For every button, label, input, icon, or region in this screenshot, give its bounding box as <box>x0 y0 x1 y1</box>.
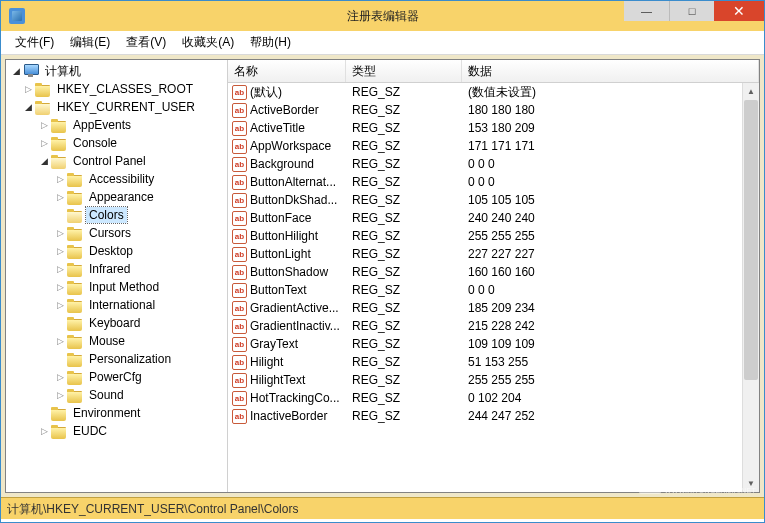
tree-node-colors[interactable]: ▷Colors <box>54 206 227 224</box>
tree-label: Infrared <box>86 261 133 277</box>
list-row[interactable]: abButtonTextREG_SZ0 0 0 <box>228 281 759 299</box>
expander-icon[interactable]: ▷ <box>22 83 34 95</box>
tree-node-infrared[interactable]: ▷Infrared <box>54 260 227 278</box>
string-value-icon: ab <box>232 103 247 118</box>
list-row[interactable]: abHotTrackingCo...REG_SZ0 102 204 <box>228 389 759 407</box>
column-header-data[interactable]: 数据 <box>462 60 759 82</box>
string-value-icon: ab <box>232 337 247 352</box>
list-row[interactable]: abButtonLightREG_SZ227 227 227 <box>228 245 759 263</box>
value-data: 215 228 242 <box>462 319 759 333</box>
string-value-icon: ab <box>232 265 247 280</box>
folder-icon <box>67 245 83 258</box>
folder-icon <box>51 407 67 420</box>
tree-node-keyboard[interactable]: ▷Keyboard <box>54 314 227 332</box>
tree-pane[interactable]: ◢ 计算机 ▷ HKEY_CLASSES_ROOT ◢ HKEY_CU <box>6 60 228 492</box>
value-data: 0 0 0 <box>462 157 759 171</box>
close-button[interactable]: ✕ <box>714 1 764 21</box>
tree-node-mouse[interactable]: ▷Mouse <box>54 332 227 350</box>
string-value-icon: ab <box>232 283 247 298</box>
tree-label: AppEvents <box>70 117 134 133</box>
string-value-icon: ab <box>232 319 247 334</box>
expander-icon[interactable]: ▷ <box>54 389 66 401</box>
list-row[interactable]: abBackgroundREG_SZ0 0 0 <box>228 155 759 173</box>
values-pane[interactable]: 名称 类型 数据 ab(默认)REG_SZ(数值未设置)abActiveBord… <box>228 60 759 492</box>
value-type: REG_SZ <box>346 121 462 135</box>
value-data: 160 160 160 <box>462 265 759 279</box>
menu-edit[interactable]: 编辑(E) <box>62 31 118 54</box>
tree-node-appearance[interactable]: ▷Appearance <box>54 188 227 206</box>
maximize-button[interactable]: □ <box>669 1 714 21</box>
value-data: 109 109 109 <box>462 337 759 351</box>
scrollbar-vertical[interactable]: ▲ ▼ <box>742 83 759 492</box>
tree-node-controlpanel[interactable]: ◢ Control Panel <box>38 152 227 170</box>
list-row[interactable]: abButtonDkShad...REG_SZ105 105 105 <box>228 191 759 209</box>
folder-icon <box>67 173 83 186</box>
tree-node-appevents[interactable]: ▷ AppEvents <box>38 116 227 134</box>
expander-icon[interactable]: ◢ <box>22 101 34 113</box>
column-header-name[interactable]: 名称 <box>228 60 346 82</box>
list-row[interactable]: abActiveTitleREG_SZ153 180 209 <box>228 119 759 137</box>
expander-icon[interactable]: ◢ <box>10 65 22 77</box>
expander-icon[interactable]: ▷ <box>54 173 66 185</box>
status-bar: 计算机\HKEY_CURRENT_USER\Control Panel\Colo… <box>1 497 764 519</box>
list-row[interactable]: abGrayTextREG_SZ109 109 109 <box>228 335 759 353</box>
scroll-up-icon[interactable]: ▲ <box>743 83 759 100</box>
menu-favorites[interactable]: 收藏夹(A) <box>174 31 242 54</box>
tree-node-cursors[interactable]: ▷Cursors <box>54 224 227 242</box>
value-name: ActiveTitle <box>250 121 305 135</box>
list-row[interactable]: abInactiveBorderREG_SZ244 247 252 <box>228 407 759 425</box>
folder-icon <box>67 353 83 366</box>
list-row[interactable]: abAppWorkspaceREG_SZ171 171 171 <box>228 137 759 155</box>
list-row[interactable]: abGradientInactiv...REG_SZ215 228 242 <box>228 317 759 335</box>
list-row[interactable]: abButtonShadowREG_SZ160 160 160 <box>228 263 759 281</box>
tree-node-inputmethod[interactable]: ▷Input Method <box>54 278 227 296</box>
string-value-icon: ab <box>232 391 247 406</box>
column-header-type[interactable]: 类型 <box>346 60 462 82</box>
tree-node-international[interactable]: ▷International <box>54 296 227 314</box>
scrollbar-thumb[interactable] <box>744 100 758 380</box>
tree-label: 计算机 <box>42 62 84 81</box>
value-data: 240 240 240 <box>462 211 759 225</box>
string-value-icon: ab <box>232 193 247 208</box>
expander-icon[interactable]: ▷ <box>54 335 66 347</box>
expander-icon[interactable]: ▷ <box>54 371 66 383</box>
value-data: 185 209 234 <box>462 301 759 315</box>
tree-label: Accessibility <box>86 171 157 187</box>
expander-icon[interactable]: ▷ <box>54 281 66 293</box>
tree-node-environment[interactable]: ▷ Environment <box>38 404 227 422</box>
menu-file[interactable]: 文件(F) <box>7 31 62 54</box>
expander-icon[interactable]: ▷ <box>54 191 66 203</box>
list-row[interactable]: abActiveBorderREG_SZ180 180 180 <box>228 101 759 119</box>
list-row[interactable]: abButtonHilightREG_SZ255 255 255 <box>228 227 759 245</box>
tree-node-hkcu[interactable]: ◢ HKEY_CURRENT_USER <box>22 98 227 116</box>
expander-icon[interactable]: ▷ <box>54 299 66 311</box>
minimize-button[interactable]: — <box>624 1 669 21</box>
list-row[interactable]: abButtonAlternat...REG_SZ0 0 0 <box>228 173 759 191</box>
list-row[interactable]: abHilightTextREG_SZ255 255 255 <box>228 371 759 389</box>
list-row[interactable]: abButtonFaceREG_SZ240 240 240 <box>228 209 759 227</box>
expander-icon[interactable]: ▷ <box>38 119 50 131</box>
tree-node-accessibility[interactable]: ▷Accessibility <box>54 170 227 188</box>
tree-node-sound[interactable]: ▷Sound <box>54 386 227 404</box>
expander-icon[interactable]: ▷ <box>54 263 66 275</box>
tree-node-personalization[interactable]: ▷Personalization <box>54 350 227 368</box>
tree-node-desktop[interactable]: ▷Desktop <box>54 242 227 260</box>
list-row[interactable]: abHilightREG_SZ51 153 255 <box>228 353 759 371</box>
tree-node-eudc[interactable]: ▷ EUDC <box>38 422 227 440</box>
tree-node-console[interactable]: ▷ Console <box>38 134 227 152</box>
expander-icon[interactable]: ▷ <box>54 227 66 239</box>
tree-label: International <box>86 297 158 313</box>
expander-icon[interactable]: ▷ <box>54 245 66 257</box>
expander-icon[interactable]: ▷ <box>38 137 50 149</box>
expander-icon[interactable]: ◢ <box>38 155 50 167</box>
menu-view[interactable]: 查看(V) <box>118 31 174 54</box>
tree-node-hkcr[interactable]: ▷ HKEY_CLASSES_ROOT <box>22 80 227 98</box>
tree-node-powercfg[interactable]: ▷PowerCfg <box>54 368 227 386</box>
value-name: HotTrackingCo... <box>250 391 340 405</box>
menu-help[interactable]: 帮助(H) <box>242 31 299 54</box>
scroll-down-icon[interactable]: ▼ <box>743 475 759 492</box>
tree-node-computer[interactable]: ◢ 计算机 <box>6 62 227 80</box>
expander-icon[interactable]: ▷ <box>38 425 50 437</box>
list-row[interactable]: abGradientActive...REG_SZ185 209 234 <box>228 299 759 317</box>
list-row[interactable]: ab(默认)REG_SZ(数值未设置) <box>228 83 759 101</box>
